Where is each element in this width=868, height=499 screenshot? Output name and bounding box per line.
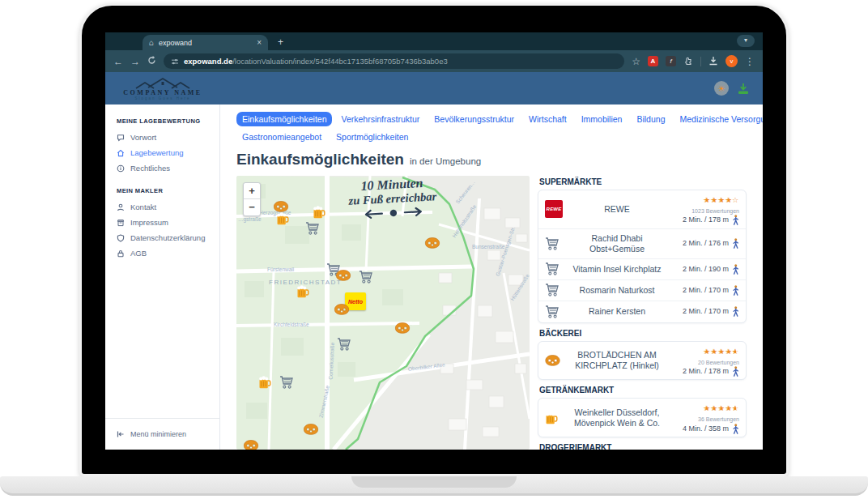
tab-search-chevron-icon[interactable]: ▾ [737,35,755,47]
sidebar-item-label: Datenschutzerklärung [130,233,205,242]
star-rating: ☆★☆★☆★☆★☆★ [703,348,739,356]
place-row[interactable]: Rosmarin Naturkost2 Min. / 170 m [538,280,746,301]
reload-button[interactable] [147,56,156,66]
extensions-puzzle-icon[interactable] [683,56,693,67]
map-marker-beer[interactable] [276,212,289,228]
place-meta: ☆★☆★☆★☆★☆★20 Bewertungen2 Min. / 178 m [665,344,739,377]
shield-icon [117,234,125,242]
sidebar-item-datenschutzerkl-rung[interactable]: Datenschutzerklärung [105,230,219,245]
url-text: expowand.de/locationValuation/index/542f… [184,57,448,66]
new-tab-button[interactable]: + [278,36,283,50]
tab-einkaufsm-glichkeiten[interactable]: Einkaufsmöglichkeiten [236,112,332,126]
report-download-button[interactable] [737,83,750,95]
map-marker-beer[interactable] [258,376,271,392]
place-meta: 2 Min. / 170 m [665,285,739,296]
map-marker-pretzel[interactable] [336,270,351,284]
zoom-in-button[interactable]: + [244,183,260,199]
star-rating: ☆★☆★☆★☆★☆★ [703,404,739,412]
theme-toggle-sun-icon[interactable]: ☀ [714,81,729,96]
place-meta: 2 Min. / 190 m [665,264,739,275]
site-settings-icon[interactable] [171,58,179,66]
sidebar-item-label: AGB [130,249,147,258]
page-title: Einkaufsmöglichkeiten [236,151,404,168]
tab-sportm-glichkeiten[interactable]: Sportmöglichkeiten [330,130,414,144]
roofs-icon [134,77,192,89]
place-meta: ☆★☆★☆★☆★☆★36 Bewertungen4 Min. / 358 m [665,401,739,434]
sidebar-item-rechtliches[interactable]: Rechtliches [105,160,219,176]
tab-immobilien[interactable]: Immobilien [576,112,628,126]
back-button[interactable]: ← [113,57,123,66]
home-icon [117,149,125,157]
collapse-arrow-icon [117,430,125,438]
zoom-out-button[interactable]: − [244,199,260,215]
collapse-menu-button[interactable]: Menü minimieren [105,427,219,450]
map-street-label: …gstraße [238,216,262,222]
tab-verkehrsinfrastruktur[interactable]: Verkehrsinfrastruktur [335,112,425,126]
place-row[interactable]: Vitamin Insel Kirchplatz2 Min. / 190 m [538,259,746,280]
map-street-label: Fürstenwall [267,267,294,272]
place-distance: 4 Min. / 358 m [665,424,739,435]
place-distance: 2 Min. / 178 m [665,215,739,226]
map-marker-cart[interactable] [279,376,294,392]
cart-icon [545,305,569,318]
sidebar-item-kontakt[interactable]: Kontakt [105,199,219,215]
browser-tab[interactable]: ⌂ expowand × [143,35,268,50]
places-card: BROTLÄDCHEN AM KIRCHPLATZ (Hinkel)☆★☆★☆★… [538,341,747,381]
map-street-label: Kirchfeldstraße [274,322,309,327]
toolbar-divider [700,57,701,66]
tab-bildung[interactable]: Bildung [631,112,670,126]
sidebar-item-label: Vorwort [130,133,156,142]
map[interactable]: Herzogstraße…gstraßeFürstenwallFRIEDRICH… [236,176,530,450]
url-bar[interactable]: expowand.de/locationValuation/index/542f… [164,53,624,69]
browser-toolbar: ← → expowand.de/locationValuation/index/… [105,50,763,72]
place-name: Weinkeller Düsseldorf, Mövenpick Wein & … [569,406,665,430]
place-row[interactable]: BROTLÄDCHEN AM KIRCHPLATZ (Hinkel)☆★☆★☆★… [538,342,746,380]
tab-wirtschaft[interactable]: Wirtschaft [523,112,572,126]
place-row[interactable]: Rainer Kersten2 Min. / 170 m [538,301,746,322]
places-card: REWEREWE☆★☆★☆★☆★☆★1023 Bewertungen2 Min.… [538,190,747,323]
map-marker-pretzel[interactable] [304,424,319,438]
walk-icon [732,215,739,225]
map-marker-cart[interactable] [305,222,320,238]
map-marker-beer[interactable] [296,285,309,301]
chat-icon [117,134,125,142]
places-card: Weinkeller Düsseldorf, Mövenpick Wein & … [538,398,747,437]
place-distance: 2 Min. / 170 m [665,306,739,318]
place-row[interactable]: REWEREWE☆★☆★☆★☆★☆★1023 Bewertungen2 Min.… [538,190,746,229]
sidebar-item-agb[interactable]: AGB [105,245,219,261]
map-marker-pretzel[interactable] [334,304,350,318]
map-marker-cart[interactable] [337,338,351,354]
tab-bev-lkerungsstruktur[interactable]: Bevölkerungsstruktur [428,112,520,126]
sidebar-item-impressum[interactable]: Impressum [105,215,219,230]
sidebar-item-label: Lagebewertung [130,148,184,157]
place-row[interactable]: Weinkeller Düsseldorf, Mövenpick Wein & … [538,399,746,437]
tab-gastronomieangebot[interactable]: Gastronomieangebot [236,130,327,144]
font-extension-icon[interactable]: f [666,56,676,66]
sidebar-section-title: MEINE LAGEBEWERTUNG [117,117,219,125]
map-zoom-control: + − [243,182,261,216]
map-marker-pretzel[interactable] [425,237,440,252]
shop-icon [117,219,125,227]
map-marker-cart[interactable] [359,271,373,287]
place-name: REWE [569,203,665,216]
bookmark-star-icon[interactable]: ☆ [632,57,640,66]
forward-button[interactable]: → [130,57,140,66]
walk-icon [732,238,739,249]
profile-avatar[interactable]: v [725,55,738,67]
sidebar-item-vorwort[interactable]: Vorwort [105,130,219,145]
place-meta: 2 Min. / 176 m [665,238,739,250]
tab-medizinische-versorgung[interactable]: Medizinische Versorgung [674,112,763,126]
pdf-extension-icon[interactable]: A [648,56,658,66]
place-row[interactable]: Rachid Dhabi Obst+Gemüse2 Min. / 176 m [538,229,746,259]
downloads-icon[interactable] [708,56,718,67]
tab-close-icon[interactable]: × [257,38,262,47]
sidebar-divider [105,418,219,419]
browser-menu-icon[interactable]: ⋮ [745,57,755,66]
walk-icon [732,306,739,317]
place-name: Vitamin Insel Kirchplatz [569,262,665,276]
sidebar-item-lagebewertung[interactable]: Lagebewertung [105,145,219,160]
map-marker-pretzel[interactable] [244,440,259,450]
sidebar-section-title: MEIN MAKLER [117,187,219,194]
map-marker-pretzel[interactable] [395,322,411,337]
cart-icon [545,237,569,250]
